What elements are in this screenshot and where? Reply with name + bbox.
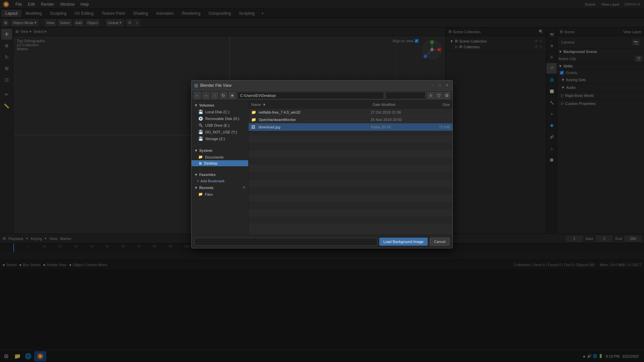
dialog-overlay: ⊞ Blender File View − □ ✕ ← → ↑ ↻ ★ C:\U… — [0, 0, 644, 362]
file-date-2: Today 20:18 — [371, 125, 421, 129]
file-name-1: OpenHardwareMonitor — [259, 118, 369, 122]
col-name-header[interactable]: Name ▼ — [251, 103, 373, 107]
favorites-section-header[interactable]: ▼ Favorites — [192, 171, 248, 178]
system-section-header[interactable]: ▼ System — [192, 147, 248, 154]
file-date-0: 27 Oct 2019 21:36 — [371, 110, 421, 114]
sidebar-volume-c[interactable]: 💾 Local Disk (C:) — [192, 109, 248, 115]
path-text: C:\Users\EV\Desktop\ — [240, 94, 276, 98]
add-bookmark-label: Add Bookmark — [200, 179, 224, 183]
sidebar-desktop[interactable]: 🖥 Desktop — [192, 160, 248, 166]
disk-d-icon: 💿 — [198, 116, 203, 121]
desktop-icon: 🖥 — [198, 161, 202, 165]
up-btn[interactable]: ↑ — [211, 92, 218, 99]
add-bookmark-icon: + — [197, 179, 199, 183]
path-bar[interactable]: C:\Users\EV\Desktop\ — [237, 92, 384, 99]
recents-clear-btn[interactable]: ✕ — [243, 185, 246, 190]
cancel-btn[interactable]: Cancel — [430, 238, 450, 246]
filename-input[interactable] — [194, 238, 377, 246]
dialog-close-btn[interactable]: ✕ — [444, 83, 450, 88]
refresh-btn[interactable]: ↻ — [220, 92, 227, 99]
bookmark-btn[interactable]: ★ — [228, 92, 236, 99]
volumes-arrow: ▼ — [194, 103, 198, 107]
file-row-openhardware[interactable]: 📁 OpenHardwareMonitor 25 Nov 2019 20:50 — [249, 116, 452, 123]
dialog-maximize-btn[interactable]: □ — [437, 83, 442, 88]
col-date-header[interactable]: Date Modified — [373, 103, 423, 107]
favorites-label: Favorites — [199, 173, 216, 177]
sidebar-volume-z[interactable]: 💾 Storage (Z:) — [192, 135, 248, 142]
col-size-header[interactable]: Size — [423, 103, 450, 107]
back-btn[interactable]: ← — [194, 92, 201, 99]
recents-label: Recents — [199, 186, 214, 190]
sidebar-more-recents[interactable]: ··· — [192, 197, 248, 202]
dialog-sidebar: ▼ Volumes 💾 Local Disk (C:) 💿 Removable … — [192, 101, 249, 235]
desktop-label: Desktop — [204, 161, 217, 165]
disk-c-label: Local Disk (C:) — [205, 110, 229, 114]
file-name-0: netfabb-free_7.4.0_win32 — [259, 110, 369, 114]
view-options: ≡ ▽ ⚙ — [427, 92, 450, 99]
folder-icon-0: 📁 — [251, 110, 257, 115]
recent-files-icon: 📁 — [198, 192, 203, 196]
sort-arrow: ▼ — [262, 103, 266, 107]
sidebar-recent-files[interactable]: 📁 Files — [192, 191, 248, 197]
volumes-label: Volumes — [199, 103, 214, 107]
documents-label: Documents — [205, 155, 224, 159]
disk-z-icon: 💾 — [198, 136, 203, 141]
sidebar-volume-e[interactable]: 🔌 USB Drive (E:) — [192, 122, 248, 129]
dialog-title-text: Blender File View — [200, 83, 428, 88]
recents-arrow: ▼ — [194, 186, 198, 190]
documents-icon: 📁 — [198, 155, 203, 159]
recents-section-header[interactable]: ▼ Recents ✕ — [192, 184, 248, 191]
system-label: System — [199, 148, 212, 153]
volumes-section-header[interactable]: ▼ Volumes — [192, 102, 248, 109]
file-row-netfabb[interactable]: 📁 netfabb-free_7.4.0_win32 27 Oct 2019 2… — [249, 109, 452, 116]
search-input[interactable] — [385, 92, 426, 99]
disk-y-label: DO_NOT_USE (Y:) — [205, 130, 237, 134]
sidebar-more-system[interactable]: ··· — [192, 166, 248, 171]
recent-files-label: Files — [205, 192, 213, 196]
disk-y-icon: 💾 — [198, 130, 203, 134]
favorites-arrow: ▼ — [194, 173, 198, 177]
file-name-2: download.jpg — [259, 125, 369, 129]
sidebar-volume-d[interactable]: 💿 Removable Disk (D:) — [192, 115, 248, 122]
disk-c-icon: 💾 — [198, 110, 203, 114]
dialog-footer: Load Background Image Cancel — [192, 235, 452, 248]
filter-btn[interactable]: ▽ — [435, 92, 442, 99]
dialog-toolbar: ← → ↑ ↻ ★ C:\Users\EV\Desktop\ ≡ ▽ ⚙ — [192, 90, 452, 101]
add-bookmark-btn[interactable]: + Add Bookmark — [192, 178, 248, 184]
files-header: Name ▼ Date Modified Size — [249, 101, 452, 109]
image-icon-2: 🖼 — [251, 125, 257, 129]
system-arrow: ▼ — [194, 148, 198, 153]
list-view-btn[interactable]: ≡ — [427, 92, 434, 99]
dialog-title-icon: ⊞ — [194, 83, 198, 88]
settings-btn[interactable]: ⚙ — [443, 92, 450, 99]
dialog-files-panel: Name ▼ Date Modified Size 📁 netfabb-free… — [249, 101, 452, 235]
disk-e-icon: 🔌 — [198, 123, 203, 128]
dialog-titlebar: ⊞ Blender File View − □ ✕ — [192, 80, 452, 90]
disk-z-label: Storage (Z:) — [205, 137, 225, 141]
folder-icon-1: 📁 — [251, 117, 257, 122]
file-size-2: 72 KiB — [423, 125, 450, 129]
sidebar-documents[interactable]: 📁 Documents — [192, 154, 248, 160]
load-background-btn[interactable]: Load Background Image — [379, 238, 428, 246]
dialog-minimize-btn[interactable]: − — [430, 83, 435, 88]
dialog-body: ▼ Volumes 💾 Local Disk (C:) 💿 Removable … — [192, 101, 452, 235]
disk-e-label: USB Drive (E:) — [205, 123, 229, 127]
file-date-1: 25 Nov 2019 20:50 — [371, 118, 421, 122]
sidebar-more-volumes[interactable]: ··· — [192, 142, 248, 147]
col-name-label: Name — [251, 103, 261, 107]
file-dialog: ⊞ Blender File View − □ ✕ ← → ↑ ↻ ★ C:\U… — [191, 80, 453, 248]
file-row-download[interactable]: 🖼 download.jpg Today 20:18 72 KiB — [249, 123, 452, 131]
forward-btn[interactable]: → — [202, 92, 210, 99]
empty-area — [249, 131, 452, 231]
disk-d-label: Removable Disk (D:) — [205, 117, 239, 121]
sidebar-volume-y[interactable]: 💾 DO_NOT_USE (Y:) — [192, 129, 248, 135]
